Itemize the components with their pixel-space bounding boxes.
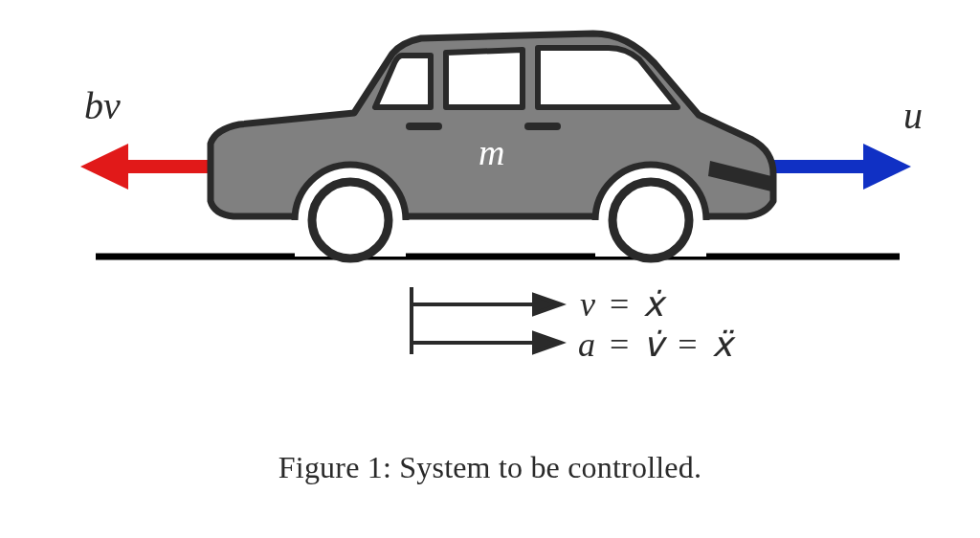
eq-velocity: v = ẋ: [580, 285, 667, 324]
wheel-front: [612, 182, 689, 258]
thrust-arrow: [758, 144, 911, 190]
caption-prefix: Figure 1:: [278, 450, 391, 484]
thrust-label: u: [903, 94, 923, 137]
mass-label: m: [479, 132, 504, 172]
drag-label: bv: [84, 84, 121, 127]
wheel-rear: [312, 182, 389, 258]
svg-marker-1: [80, 144, 128, 190]
car-front-window: [538, 48, 678, 107]
eq-acceleration: a = v̇ = ẍ: [578, 325, 736, 364]
car-mid-window: [446, 50, 523, 107]
figure-container: bv u m v = ẋ a = v̇ = ẍ Figure 1: Syst…: [0, 0, 980, 538]
reference-frame: [412, 287, 561, 354]
svg-marker-6: [534, 295, 561, 314]
svg-marker-8: [534, 333, 561, 352]
svg-marker-3: [863, 144, 911, 190]
figure-caption: Figure 1: System to be controlled.: [0, 450, 980, 485]
caption-text: System to be controlled.: [399, 450, 702, 484]
